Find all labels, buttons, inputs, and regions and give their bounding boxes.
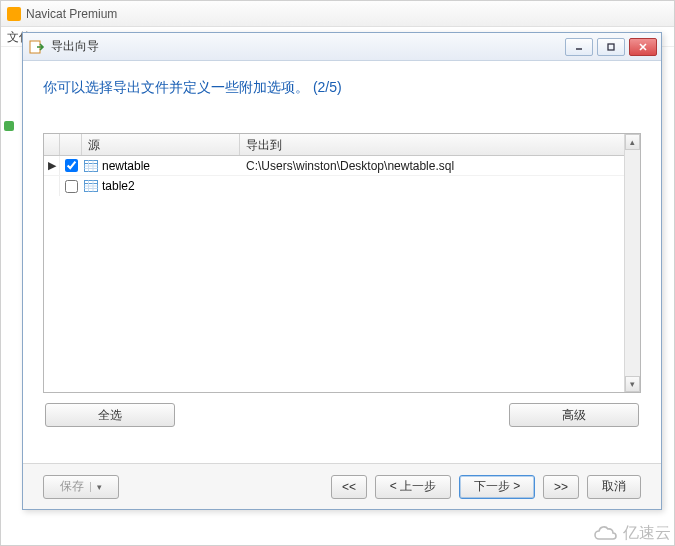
row-checkbox[interactable]: [65, 180, 78, 193]
row-marker: [44, 176, 60, 196]
row-checkbox-cell: [60, 180, 82, 193]
sidebar-hint: [4, 120, 20, 134]
cancel-button[interactable]: 取消: [587, 475, 641, 499]
grid-header-rowmarker: [44, 134, 60, 155]
row-checkbox[interactable]: [65, 159, 78, 172]
table-icon: [84, 160, 98, 172]
close-button[interactable]: [629, 38, 657, 56]
app-title: Navicat Premium: [26, 7, 117, 21]
row-source-name: table2: [102, 179, 135, 193]
scroll-up-icon[interactable]: ▴: [625, 134, 640, 150]
wizard-instruction: 你可以选择导出文件并定义一些附加选项。 (2/5): [43, 79, 641, 97]
row-source-name: newtable: [102, 159, 150, 173]
select-all-button[interactable]: 全选: [45, 403, 175, 427]
row-source-cell[interactable]: newtable: [82, 159, 240, 173]
grid-header-dest[interactable]: 导出到: [240, 134, 640, 155]
save-button-label: 保存: [60, 479, 84, 493]
dialog-body: 你可以选择导出文件并定义一些附加选项。 (2/5) 源 导出到 ▶ newtab…: [23, 61, 661, 433]
export-grid: 源 导出到 ▶ newtable C:\Users\winston\Deskto…: [43, 133, 641, 393]
app-icon: [7, 7, 21, 21]
export-wizard-icon: [29, 39, 45, 55]
mid-button-row: 全选 高级: [43, 403, 641, 427]
maximize-button[interactable]: [597, 38, 625, 56]
grid-scrollbar[interactable]: ▴ ▾: [624, 134, 640, 392]
row-dest-cell[interactable]: C:\Users\winston\Desktop\newtable.sql: [240, 159, 640, 173]
connection-indicator-icon: [4, 121, 14, 131]
grid-header-source[interactable]: 源: [82, 134, 240, 155]
export-wizard-dialog: 导出向导 你可以选择导出文件并定义一些附加选项。 (2/5) 源 导出到 ▶: [22, 32, 662, 510]
grid-header-checkbox: [60, 134, 82, 155]
prev-button[interactable]: < 上一步: [375, 475, 451, 499]
first-button[interactable]: <<: [331, 475, 367, 499]
dialog-title: 导出向导: [51, 38, 565, 55]
row-checkbox-cell: [60, 159, 82, 172]
minimize-button[interactable]: [565, 38, 593, 56]
table-row[interactable]: table2: [44, 176, 640, 196]
scroll-down-icon[interactable]: ▾: [625, 376, 640, 392]
row-source-cell[interactable]: table2: [82, 179, 240, 193]
main-titlebar: Navicat Premium: [1, 1, 674, 27]
row-current-marker-icon: ▶: [44, 156, 60, 175]
next-button[interactable]: 下一步 >: [459, 475, 535, 499]
dialog-titlebar[interactable]: 导出向导: [23, 33, 661, 61]
table-icon: [84, 180, 98, 192]
advanced-button[interactable]: 高级: [509, 403, 639, 427]
dialog-footer: 保存 << < 上一步 下一步 > >> 取消: [23, 463, 661, 509]
save-button[interactable]: 保存: [43, 475, 119, 499]
grid-header: 源 导出到: [44, 134, 640, 156]
table-row[interactable]: ▶ newtable C:\Users\winston\Desktop\newt…: [44, 156, 640, 176]
svg-rect-2: [608, 44, 614, 50]
window-controls: [565, 38, 657, 56]
last-button[interactable]: >>: [543, 475, 579, 499]
